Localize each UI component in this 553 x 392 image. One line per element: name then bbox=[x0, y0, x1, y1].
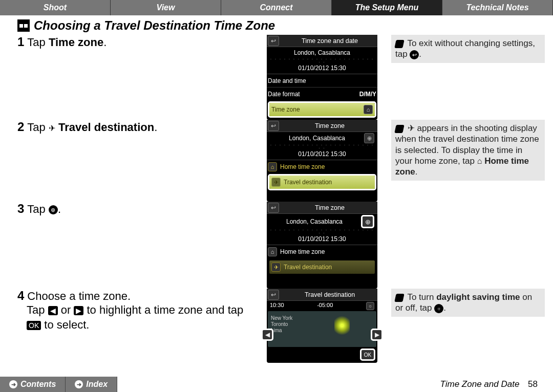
globe-button-highlight[interactable]: ⊕ bbox=[361, 215, 374, 228]
screen-4: ↩ Travel destination 10:30 -05:00 ☼ New … bbox=[267, 289, 377, 363]
footer-section-label: Time Zone and Date bbox=[440, 379, 520, 389]
note-icon bbox=[394, 40, 404, 48]
step-1-number: 1 bbox=[17, 35, 24, 49]
back-icon[interactable]: ↩ bbox=[268, 203, 279, 213]
world-map[interactable]: New York Toronto Lima bbox=[268, 311, 376, 347]
airplane-icon: ✈ bbox=[408, 123, 415, 133]
footer-right: Time Zone and Date 58 bbox=[440, 379, 553, 389]
dst-round-icon: ☼ bbox=[434, 304, 443, 313]
footer: ➜ Contents ➜ Index Time Zone and Date 58 bbox=[0, 377, 553, 392]
row-date-and-time[interactable]: Date and time bbox=[267, 74, 377, 87]
tab-setup-menu[interactable]: The Setup Menu bbox=[332, 0, 442, 15]
airplane-icon: ✈ bbox=[271, 263, 281, 272]
screen-4-title: Travel destination bbox=[282, 291, 377, 298]
right-arrow-button[interactable]: ▶ bbox=[371, 329, 383, 341]
arrow-icon: ➜ bbox=[9, 380, 17, 388]
step-1: 1 Tap Time zone. bbox=[17, 35, 253, 120]
tab-shoot[interactable]: Shoot bbox=[0, 0, 111, 15]
city-label: Toronto bbox=[271, 321, 288, 327]
screen-3-title: Time zone bbox=[282, 204, 377, 211]
back-icon[interactable]: ↩ bbox=[268, 36, 279, 46]
row-date-format[interactable]: Date format D/M/Y bbox=[267, 87, 377, 100]
footer-index-link[interactable]: ➜ Index bbox=[66, 377, 117, 392]
section-title: Choosing a Travel Destination Time Zone bbox=[34, 18, 275, 33]
home-icon: ⌂ bbox=[268, 247, 277, 256]
time-bar: 10:30 -05:00 ☼ bbox=[267, 301, 377, 311]
screen-3-datetime: 01/10/2012 15:30 bbox=[270, 234, 374, 244]
city-label: New York bbox=[271, 315, 292, 321]
step-2-text: Tap ✈ Travel destination. bbox=[27, 121, 157, 134]
row-travel-destination-selected[interactable]: ✈ Travel destination bbox=[268, 259, 376, 275]
note-1: To exit without changing settings, tap ↩… bbox=[391, 35, 545, 63]
step-4-number: 4 bbox=[17, 289, 24, 303]
step-4-sub: Tap ◀ or ▶ to highlight a time zone and … bbox=[27, 303, 253, 332]
screen-3-location: London, Casablanca bbox=[270, 217, 359, 226]
left-arrow-icon: ◀ bbox=[48, 306, 58, 315]
screen-1-datetime: 01/10/2012 15:30 bbox=[270, 63, 374, 73]
tab-view[interactable]: View bbox=[111, 0, 221, 15]
row-travel-destination-highlight[interactable]: ✈ Travel destination bbox=[268, 174, 376, 190]
screen-2-location: London, Casablanca bbox=[270, 134, 364, 143]
right-arrow-icon: ▶ bbox=[74, 306, 83, 315]
footer-contents-link[interactable]: ➜ Contents bbox=[0, 377, 66, 392]
back-round-icon: ↩ bbox=[410, 50, 419, 59]
divider-dots: · · · · · · · · · · · · · · · · · · · · … bbox=[270, 143, 374, 149]
home-icon: ⌂ bbox=[364, 105, 373, 114]
screen-1: ↩ Time zone and date London, Casablanca … bbox=[267, 35, 377, 120]
screen-1-title: Time zone and date bbox=[282, 37, 377, 45]
divider-dots: · · · · · · · · · · · · · · · · · · · · … bbox=[270, 57, 374, 63]
note-icon bbox=[394, 125, 404, 133]
back-icon[interactable]: ↩ bbox=[268, 290, 279, 300]
left-arrow-button[interactable]: ◀ bbox=[261, 329, 273, 341]
note-3: To turn daylight saving time on or off, … bbox=[391, 289, 545, 317]
home-icon: ⌂ bbox=[477, 156, 482, 166]
section-heading: Choosing a Travel Destination Time Zone bbox=[17, 18, 536, 33]
step-1-text: Tap Time zone. bbox=[27, 36, 107, 49]
screen-2-title: Time zone bbox=[282, 122, 377, 129]
row-time-zone-highlight[interactable]: Time zone ⌂ bbox=[268, 101, 376, 118]
step-2: 2 Tap ✈ Travel destination. bbox=[17, 120, 253, 202]
note-icon bbox=[394, 294, 404, 302]
screen-2: ↩ Time zone London, Casablanca ⊕ · · · ·… bbox=[267, 120, 377, 202]
ok-button[interactable]: OK bbox=[360, 349, 375, 361]
note-2: ✈ appears in the shooting display when t… bbox=[391, 120, 545, 181]
tab-technical-notes[interactable]: Technical Notes bbox=[442, 0, 553, 15]
home-icon: ⌂ bbox=[268, 162, 277, 171]
tab-connect[interactable]: Connect bbox=[221, 0, 332, 15]
arrow-icon: ➜ bbox=[75, 380, 83, 388]
globe-icon[interactable]: ⊕ bbox=[364, 133, 374, 143]
airplane-icon: ✈ bbox=[271, 178, 281, 187]
globe-round-icon: ⊕ bbox=[49, 205, 58, 214]
row-home-time-zone[interactable]: ⌂ Home time zone bbox=[267, 160, 377, 173]
airplane-icon: ✈ bbox=[49, 123, 55, 133]
heading-bullet-icon bbox=[17, 19, 30, 32]
step-4: 4 Choose a time zone. Tap ◀ or ▶ to high… bbox=[17, 289, 253, 365]
ok-key-icon: OK bbox=[27, 321, 41, 330]
top-nav: Shoot View Connect The Setup Menu Techni… bbox=[0, 0, 553, 15]
dst-icon[interactable]: ☼ bbox=[366, 302, 374, 310]
page-body: Choosing a Travel Destination Time Zone … bbox=[0, 15, 553, 377]
page-number: 58 bbox=[528, 379, 538, 389]
screen-2-datetime: 01/10/2012 15:30 bbox=[270, 149, 374, 159]
divider-dots: · · · · · · · · · · · · · · · · · · · · … bbox=[270, 228, 374, 234]
step-4-title: Choose a time zone. bbox=[27, 290, 131, 303]
step-2-number: 2 bbox=[17, 120, 24, 134]
step-3-text: Tap ⊕. bbox=[27, 203, 61, 216]
back-icon[interactable]: ↩ bbox=[268, 121, 279, 131]
selected-zone-glow bbox=[334, 314, 350, 337]
step-3-number: 3 bbox=[17, 202, 24, 216]
step-3: 3 Tap ⊕. bbox=[17, 202, 253, 289]
row-home-time-zone[interactable]: ⌂ Home time zone bbox=[267, 245, 377, 258]
screen-3: ↩ Time zone London, Casablanca ⊕ · · · ·… bbox=[267, 202, 377, 289]
